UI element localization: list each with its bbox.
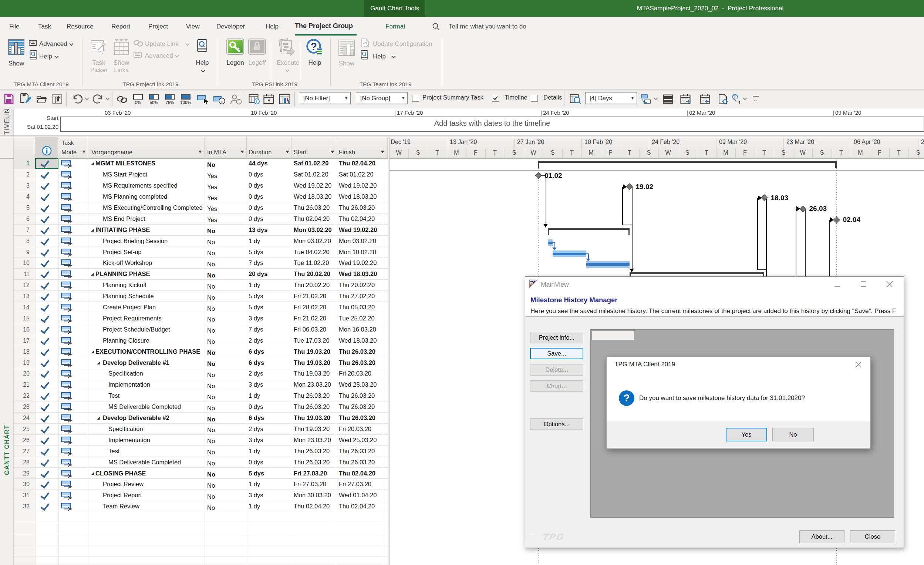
svg-text:?: ? [310,41,317,53]
svg-text:i: i [238,100,239,104]
